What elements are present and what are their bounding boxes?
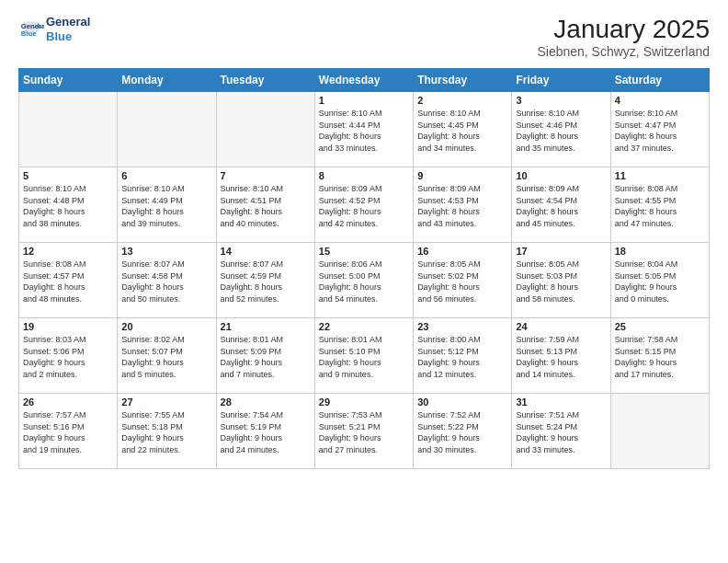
day-info: Sunrise: 7:59 AM Sunset: 5:13 PM Dayligh… <box>516 334 606 380</box>
day-number: 6 <box>121 170 211 181</box>
day-info: Sunrise: 8:03 AM Sunset: 5:06 PM Dayligh… <box>23 334 113 380</box>
logo-general: General <box>46 15 90 29</box>
day-info: Sunrise: 8:10 AM Sunset: 4:47 PM Dayligh… <box>615 108 705 154</box>
day-number: 20 <box>121 321 211 332</box>
header: General Blue General Blue January 2025 S… <box>18 15 710 59</box>
weekday-header-wednesday: Wednesday <box>314 69 413 92</box>
calendar-cell: 17Sunrise: 8:05 AM Sunset: 5:03 PM Dayli… <box>512 243 610 318</box>
calendar-cell: 19Sunrise: 8:03 AM Sunset: 5:06 PM Dayli… <box>19 318 118 394</box>
day-number: 10 <box>516 170 606 181</box>
day-info: Sunrise: 8:07 AM Sunset: 4:59 PM Dayligh… <box>221 259 311 304</box>
day-info: Sunrise: 8:08 AM Sunset: 4:55 PM Dayligh… <box>615 183 705 229</box>
calendar-cell: 13Sunrise: 8:07 AM Sunset: 4:58 PM Dayli… <box>118 243 216 318</box>
calendar-cell: 25Sunrise: 7:58 AM Sunset: 5:15 PM Dayli… <box>610 318 709 394</box>
calendar-cell: 10Sunrise: 8:09 AM Sunset: 4:54 PM Dayli… <box>512 167 610 243</box>
calendar-cell: 8Sunrise: 8:09 AM Sunset: 4:52 PM Daylig… <box>314 167 413 243</box>
day-info: Sunrise: 7:55 AM Sunset: 5:18 PM Dayligh… <box>121 409 211 455</box>
day-number: 16 <box>417 246 507 257</box>
day-number: 1 <box>319 95 409 106</box>
title-block: January 2025 Siebnen, Schwyz, Switzerlan… <box>537 15 710 59</box>
week-row-3: 19Sunrise: 8:03 AM Sunset: 5:06 PM Dayli… <box>19 318 710 394</box>
week-row-4: 26Sunrise: 7:57 AM Sunset: 5:16 PM Dayli… <box>19 394 710 469</box>
day-number: 15 <box>319 246 409 257</box>
day-number: 23 <box>417 321 507 332</box>
calendar-cell: 11Sunrise: 8:08 AM Sunset: 4:55 PM Dayli… <box>610 167 709 243</box>
day-number: 12 <box>23 246 113 257</box>
day-info: Sunrise: 7:54 AM Sunset: 5:19 PM Dayligh… <box>221 409 311 455</box>
day-number: 24 <box>516 321 606 332</box>
day-number: 28 <box>221 396 311 408</box>
weekday-header-tuesday: Tuesday <box>216 69 314 92</box>
calendar-cell: 18Sunrise: 8:04 AM Sunset: 5:05 PM Dayli… <box>610 243 709 318</box>
calendar-cell: 15Sunrise: 8:06 AM Sunset: 5:00 PM Dayli… <box>314 243 413 318</box>
day-number: 22 <box>319 321 409 332</box>
day-number: 31 <box>516 396 606 408</box>
weekday-header-thursday: Thursday <box>414 69 512 92</box>
weekday-header-row: SundayMondayTuesdayWednesdayThursdayFrid… <box>19 69 710 92</box>
calendar-cell <box>19 92 118 167</box>
month-title: January 2025 <box>537 15 710 44</box>
calendar-cell <box>610 394 709 469</box>
calendar-cell: 22Sunrise: 8:01 AM Sunset: 5:10 PM Dayli… <box>314 318 413 394</box>
day-info: Sunrise: 8:07 AM Sunset: 4:58 PM Dayligh… <box>121 259 211 304</box>
calendar-cell: 27Sunrise: 7:55 AM Sunset: 5:18 PM Dayli… <box>118 394 216 469</box>
page: General Blue General Blue January 2025 S… <box>0 0 728 563</box>
day-info: Sunrise: 8:06 AM Sunset: 5:00 PM Dayligh… <box>319 259 409 304</box>
calendar-cell: 1Sunrise: 8:10 AM Sunset: 4:44 PM Daylig… <box>314 92 413 167</box>
week-row-1: 5Sunrise: 8:10 AM Sunset: 4:48 PM Daylig… <box>19 167 710 243</box>
day-number: 14 <box>221 246 311 257</box>
day-info: Sunrise: 8:09 AM Sunset: 4:53 PM Dayligh… <box>417 183 507 229</box>
day-number: 7 <box>221 170 311 181</box>
day-number: 26 <box>23 396 113 408</box>
day-number: 4 <box>615 95 705 106</box>
calendar-cell: 6Sunrise: 8:10 AM Sunset: 4:49 PM Daylig… <box>118 167 216 243</box>
svg-text:Blue: Blue <box>21 29 37 38</box>
day-number: 19 <box>23 321 113 332</box>
calendar-cell: 21Sunrise: 8:01 AM Sunset: 5:09 PM Dayli… <box>216 318 314 394</box>
day-number: 5 <box>23 170 113 181</box>
calendar-cell: 30Sunrise: 7:52 AM Sunset: 5:22 PM Dayli… <box>414 394 512 469</box>
calendar-cell: 26Sunrise: 7:57 AM Sunset: 5:16 PM Dayli… <box>19 394 118 469</box>
calendar-cell <box>118 92 216 167</box>
day-number: 3 <box>516 95 606 106</box>
day-info: Sunrise: 8:10 AM Sunset: 4:51 PM Dayligh… <box>221 183 311 229</box>
day-info: Sunrise: 8:04 AM Sunset: 5:05 PM Dayligh… <box>615 259 705 304</box>
day-info: Sunrise: 8:10 AM Sunset: 4:48 PM Dayligh… <box>23 183 113 229</box>
calendar-cell: 7Sunrise: 8:10 AM Sunset: 4:51 PM Daylig… <box>216 167 314 243</box>
weekday-header-monday: Monday <box>118 69 216 92</box>
logo-text: General Blue <box>46 15 90 43</box>
weekday-header-sunday: Sunday <box>19 69 118 92</box>
day-info: Sunrise: 8:01 AM Sunset: 5:09 PM Dayligh… <box>221 334 311 380</box>
day-number: 17 <box>516 246 606 257</box>
calendar-cell: 20Sunrise: 8:02 AM Sunset: 5:07 PM Dayli… <box>118 318 216 394</box>
day-info: Sunrise: 8:10 AM Sunset: 4:44 PM Dayligh… <box>319 108 409 154</box>
svg-text:General: General <box>21 21 44 29</box>
day-info: Sunrise: 8:08 AM Sunset: 4:57 PM Dayligh… <box>23 259 113 304</box>
day-info: Sunrise: 7:53 AM Sunset: 5:21 PM Dayligh… <box>319 409 409 455</box>
week-row-0: 1Sunrise: 8:10 AM Sunset: 4:44 PM Daylig… <box>19 92 710 167</box>
day-number: 25 <box>615 321 705 332</box>
day-info: Sunrise: 8:05 AM Sunset: 5:02 PM Dayligh… <box>417 259 507 304</box>
day-info: Sunrise: 8:01 AM Sunset: 5:10 PM Dayligh… <box>319 334 409 380</box>
day-info: Sunrise: 8:10 AM Sunset: 4:46 PM Dayligh… <box>516 108 606 154</box>
day-number: 11 <box>615 170 705 181</box>
calendar-cell: 28Sunrise: 7:54 AM Sunset: 5:19 PM Dayli… <box>216 394 314 469</box>
calendar-cell: 5Sunrise: 8:10 AM Sunset: 4:48 PM Daylig… <box>19 167 118 243</box>
calendar-cell: 23Sunrise: 8:00 AM Sunset: 5:12 PM Dayli… <box>414 318 512 394</box>
day-number: 18 <box>615 246 705 257</box>
day-number: 2 <box>417 95 507 106</box>
day-info: Sunrise: 8:10 AM Sunset: 4:45 PM Dayligh… <box>417 108 507 154</box>
day-info: Sunrise: 8:05 AM Sunset: 5:03 PM Dayligh… <box>516 259 606 304</box>
day-info: Sunrise: 7:51 AM Sunset: 5:24 PM Dayligh… <box>516 409 606 455</box>
day-info: Sunrise: 7:52 AM Sunset: 5:22 PM Dayligh… <box>417 409 507 455</box>
calendar-cell: 2Sunrise: 8:10 AM Sunset: 4:45 PM Daylig… <box>414 92 512 167</box>
calendar: SundayMondayTuesdayWednesdayThursdayFrid… <box>18 68 710 469</box>
weekday-header-saturday: Saturday <box>610 69 709 92</box>
calendar-cell <box>216 92 314 167</box>
calendar-cell: 9Sunrise: 8:09 AM Sunset: 4:53 PM Daylig… <box>414 167 512 243</box>
calendar-cell: 14Sunrise: 8:07 AM Sunset: 4:59 PM Dayli… <box>216 243 314 318</box>
location: Siebnen, Schwyz, Switzerland <box>537 44 710 59</box>
day-number: 21 <box>221 321 311 332</box>
calendar-cell: 4Sunrise: 8:10 AM Sunset: 4:47 PM Daylig… <box>610 92 709 167</box>
day-number: 30 <box>417 396 507 408</box>
